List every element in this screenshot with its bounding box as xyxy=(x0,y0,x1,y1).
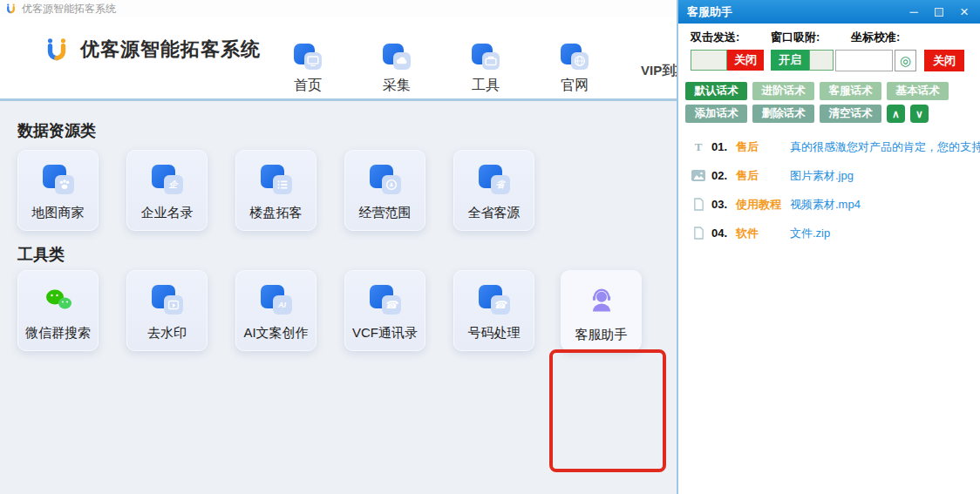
tile-label: VCF通讯录 xyxy=(352,325,418,342)
tab-default-scripts[interactable]: 默认话术 xyxy=(685,82,747,100)
vcf-contacts-phone-icon: ☎ xyxy=(370,285,401,315)
window-title: 优客源智能拓客系统 xyxy=(22,2,116,17)
tile-number-processing[interactable]: ☎ 号码处理 xyxy=(453,270,534,351)
script-list: T 01. 售后 真的很感激您对产品的肯定，您的支持 02. 售后 图片素材.j… xyxy=(678,132,980,247)
item-number: 03. xyxy=(711,198,734,211)
clear-scripts-button[interactable]: 清空话术 xyxy=(820,105,881,123)
move-down-button[interactable]: ∨ xyxy=(910,105,929,123)
panel-title: 客服助手 xyxy=(687,4,732,20)
window-controls: ─ × xyxy=(907,0,971,24)
coordinate-input[interactable] xyxy=(835,50,893,71)
page-title: 优客源智能拓客系统 xyxy=(80,37,261,63)
double-click-send-label: 双击发送: xyxy=(691,30,739,45)
nav-item-website[interactable]: 官网 xyxy=(548,44,602,95)
home-monitor-icon xyxy=(294,44,322,70)
script-tabs-row: 默认话术 进阶话术 客服话术 基本话术 xyxy=(685,82,949,100)
coordinate-target-button[interactable]: ◎ xyxy=(895,50,916,71)
tools-row: 微信群搜索 去水印 AI AI文案创作 ☎ VCF通讯录 xyxy=(17,270,642,351)
close-icon[interactable]: × xyxy=(957,0,971,24)
main-nav: 首页 采集 工具 官网 xyxy=(281,44,602,95)
double-click-send-toggle[interactable]: 关闭 xyxy=(691,50,764,71)
toggle-track xyxy=(809,50,834,71)
tile-company-directory[interactable]: 企 企业名录 xyxy=(126,150,208,231)
move-up-button[interactable]: ∧ xyxy=(887,105,905,123)
list-item[interactable]: T 01. 售后 真的很感激您对产品的肯定，您的支持 xyxy=(678,132,980,161)
collect-cloud-icon xyxy=(383,44,411,70)
panel-titlebar[interactable]: 客服助手 ─ × xyxy=(678,0,980,24)
province-customers-icon: 省 xyxy=(479,165,510,194)
tile-province-customers[interactable]: 省 全省客源 xyxy=(453,150,534,231)
maximize-icon[interactable] xyxy=(935,8,943,17)
list-item[interactable]: 02. 售后 图片素材.jpg xyxy=(678,161,980,190)
tile-map-merchants[interactable]: 地图商家 xyxy=(17,150,99,231)
tile-label: 微信群搜索 xyxy=(25,325,91,342)
tile-label: 客服助手 xyxy=(575,327,628,343)
text-icon: T xyxy=(691,140,706,154)
item-content: 真的很感激您对产品的肯定，您的支持 xyxy=(790,139,980,155)
item-number: 01. xyxy=(711,140,734,153)
tile-label: 号码处理 xyxy=(468,325,521,342)
item-category: 售后 xyxy=(736,139,785,155)
wechat-icon xyxy=(43,285,74,315)
section-title-tools: 工具类 xyxy=(17,244,65,265)
list-item[interactable]: 04. 软件 文件.zip xyxy=(678,219,980,247)
tile-label: 企业名录 xyxy=(141,205,194,221)
window-snap-toggle[interactable]: 开启 xyxy=(771,50,834,71)
item-category: 售后 xyxy=(736,168,785,184)
target-icon: ◎ xyxy=(900,53,911,69)
item-category: 软件 xyxy=(736,226,785,241)
brand: 优客源智能拓客系统 xyxy=(44,37,261,63)
chevron-down-icon: ∨ xyxy=(915,108,923,120)
headset-person-icon xyxy=(586,285,617,316)
map-merchants-paw-icon xyxy=(43,165,74,194)
item-number: 02. xyxy=(711,169,734,182)
file-icon xyxy=(691,227,706,240)
company-directory-icon: 企 xyxy=(152,165,183,194)
nav-label-website: 官网 xyxy=(561,77,589,95)
item-content: 图片素材.jpg xyxy=(790,168,980,184)
add-script-button[interactable]: 添加话术 xyxy=(685,105,747,123)
tab-advanced-scripts[interactable]: 进阶话术 xyxy=(752,82,814,100)
minimize-icon[interactable]: ─ xyxy=(907,0,921,24)
item-content: 文件.zip xyxy=(790,226,980,241)
list-item[interactable]: 03. 使用教程 视频素材.mp4 xyxy=(678,190,980,219)
tile-label: 经营范围 xyxy=(359,205,412,221)
tile-label: 全省客源 xyxy=(468,205,521,221)
app-logo-icon xyxy=(44,37,70,63)
nav-label-home: 首页 xyxy=(294,77,322,95)
toggle-state-label: 开启 xyxy=(771,50,809,71)
website-globe-icon xyxy=(561,44,589,70)
nav-item-home[interactable]: 首页 xyxy=(281,44,335,95)
nav-item-tools[interactable]: 工具 xyxy=(459,44,513,95)
tile-wechat-group-search[interactable]: 微信群搜索 xyxy=(17,270,99,351)
tile-label: 楼盘拓客 xyxy=(250,205,303,221)
toggle-state-label: 关闭 xyxy=(727,50,764,71)
nav-item-collect[interactable]: 采集 xyxy=(370,44,424,95)
watermark-remover-video-icon xyxy=(152,285,183,315)
tab-service-scripts[interactable]: 客服话术 xyxy=(820,82,881,100)
tile-property-leads[interactable]: 楼盘拓客 xyxy=(235,150,316,231)
delete-script-button[interactable]: 删除话术 xyxy=(752,105,814,123)
tile-vcf-contacts[interactable]: ☎ VCF通讯录 xyxy=(344,270,425,351)
nav-label-tools: 工具 xyxy=(472,77,500,95)
script-actions-row: 添加话术 删除话术 清空话术 ∧ ∨ xyxy=(685,105,929,123)
tile-label: 地图商家 xyxy=(32,205,85,221)
tile-business-scope[interactable]: 经营范围 xyxy=(344,150,425,231)
tile-customer-service-assistant[interactable]: 客服助手 xyxy=(561,270,642,351)
coordinate-calibration-label: 坐标校准: xyxy=(851,30,900,45)
tile-watermark-remover[interactable]: 去水印 xyxy=(126,270,208,351)
tile-label: AI文案创作 xyxy=(243,325,308,342)
business-scope-compass-icon xyxy=(370,165,401,194)
tile-ai-copywriting[interactable]: AI AI文案创作 xyxy=(235,270,316,351)
control-widgets: 关闭 开启 ◎ 关闭 xyxy=(678,50,980,72)
tab-basic-scripts[interactable]: 基本话术 xyxy=(887,82,949,100)
image-icon xyxy=(691,170,706,182)
ai-copywriting-icon: AI xyxy=(261,285,292,315)
section-title-data-resources: 数据资源类 xyxy=(17,120,96,141)
tools-briefcase-icon xyxy=(472,44,500,70)
item-category: 使用教程 xyxy=(736,197,785,213)
window-snap-label: 窗口吸附: xyxy=(771,30,820,45)
item-content: 视频素材.mp4 xyxy=(790,197,980,213)
coordinate-close-button[interactable]: 关闭 xyxy=(924,50,964,71)
number-processing-phone-icon: ☎ xyxy=(479,285,510,315)
